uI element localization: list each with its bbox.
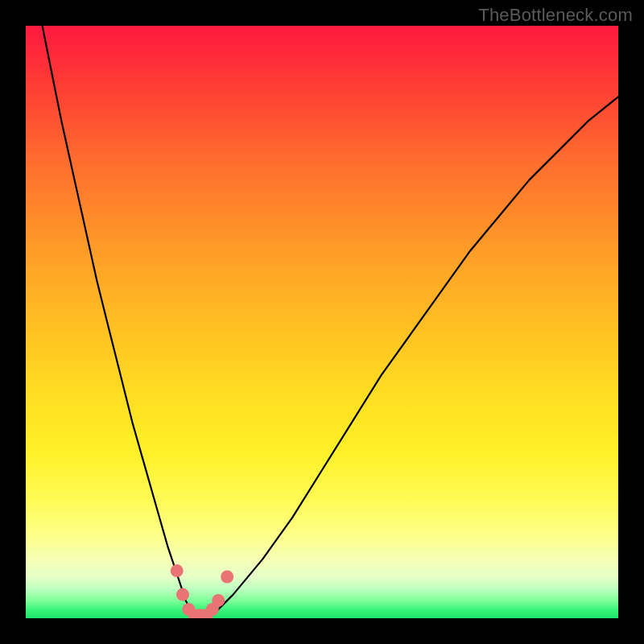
marker-dot bbox=[221, 571, 233, 584]
plot-area bbox=[26, 26, 618, 618]
watermark-text: TheBottleneck.com bbox=[478, 5, 633, 26]
chart-svg bbox=[26, 26, 618, 618]
highlighted-points bbox=[171, 564, 234, 618]
marker-dot bbox=[212, 594, 225, 607]
marker-dot bbox=[176, 588, 189, 601]
chart-frame: TheBottleneck.com bbox=[0, 0, 644, 644]
bottleneck-curve bbox=[26, 26, 618, 618]
marker-dot bbox=[171, 564, 184, 577]
